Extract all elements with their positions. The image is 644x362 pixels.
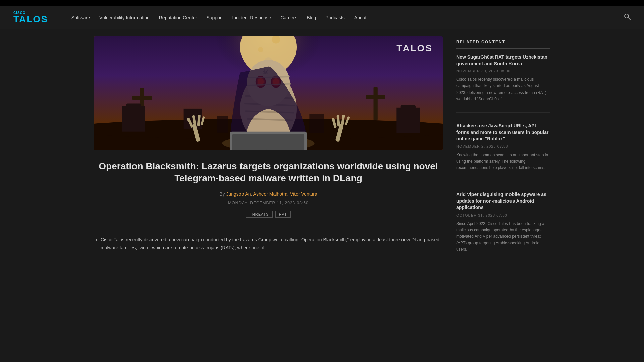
graveyard-svg: ☠ ☣	[94, 36, 443, 150]
related-item-3: Arid Viper disguising mobile spyware as …	[456, 191, 550, 263]
logo[interactable]: CISCO TALOS	[13, 11, 48, 24]
related-item-3-date: OCTOBER 31, 2023 07:00	[456, 213, 550, 217]
related-item-1-desc: Cisco Talos recently discovered a malici…	[456, 76, 550, 102]
byline-prefix: By	[219, 191, 225, 197]
nav-links: Software Vulnerability Information Reput…	[68, 12, 624, 23]
main-container: ☠ ☣	[80, 29, 564, 280]
nav-vulnerability-information[interactable]: Vulnerability Information	[96, 12, 153, 23]
article-title: Operation Blacksmith: Lazarus targets or…	[94, 160, 443, 185]
svg-rect-14	[374, 87, 378, 120]
article-byline: By Jungsoo An, Asheer Malhotra, Vitor Ve…	[94, 191, 443, 197]
tag-rat[interactable]: RAT	[275, 211, 291, 218]
svg-point-6	[258, 47, 263, 52]
nav-reputation-center[interactable]: Reputation Center	[156, 12, 201, 23]
article-section: ☠ ☣	[94, 36, 443, 273]
related-item-2-title[interactable]: Attackers use JavaScript URLs, API forms…	[456, 123, 550, 142]
svg-text:☣: ☣	[262, 147, 275, 150]
related-item-1-date: NOVEMBER 30, 2023 08:00	[456, 69, 550, 73]
svg-line-1	[628, 18, 630, 20]
nav-podcasts[interactable]: Podcasts	[322, 12, 348, 23]
svg-rect-16	[396, 108, 420, 133]
svg-rect-15	[366, 95, 385, 99]
author-3[interactable]: Vitor Ventura	[290, 191, 317, 197]
nav-support[interactable]: Support	[203, 12, 226, 23]
nav-about[interactable]: About	[351, 12, 370, 23]
svg-rect-48	[309, 114, 324, 133]
related-item-1: New SugarGh0st RAT targets Uzbekistan go…	[456, 54, 550, 113]
article-date: MONDAY, DECEMBER 11, 2023 08:50	[94, 201, 443, 205]
related-item-3-desc: Since April 2022, Cisco Talos has been t…	[456, 221, 550, 253]
nav-careers[interactable]: Careers	[277, 12, 301, 23]
sidebar: RELATED CONTENT New SugarGh0st RAT targe…	[456, 36, 550, 273]
nav-software[interactable]: Software	[68, 12, 93, 23]
related-item-3-title[interactable]: Arid Viper disguising mobile spyware as …	[456, 191, 550, 211]
svg-point-50	[264, 57, 272, 65]
related-item-2-date: NOVEMBER 2, 2023 07:58	[456, 144, 550, 148]
search-icon[interactable]	[624, 13, 631, 22]
article-body: Cisco Talos recently discovered a new ca…	[94, 236, 443, 252]
main-nav: CISCO TALOS Software Vulnerability Infor…	[0, 6, 644, 29]
author-2[interactable]: Asheer Malhotra	[253, 191, 288, 197]
nav-incident-response[interactable]: Incident Response	[229, 12, 274, 23]
related-item-2: Attackers use JavaScript URLs, API forms…	[456, 123, 550, 181]
nav-blog[interactable]: Blog	[303, 12, 319, 23]
related-item-2-desc: Knowing the common scams is an important…	[456, 152, 550, 171]
hero-image-container: ☠ ☣	[94, 36, 443, 150]
author-1[interactable]: Jungsoo An	[226, 191, 251, 197]
svg-rect-11	[122, 106, 145, 131]
related-content-header: RELATED CONTENT	[456, 40, 550, 49]
svg-rect-17	[401, 105, 416, 111]
svg-rect-12	[126, 104, 141, 110]
article-tags: THREATS RAT	[94, 211, 443, 218]
svg-rect-49	[217, 116, 228, 133]
article-divider	[94, 228, 443, 228]
top-bar	[0, 0, 644, 6]
hero-image: ☠ ☣	[94, 36, 443, 150]
tag-threats[interactable]: THREATS	[246, 211, 273, 218]
svg-rect-10	[132, 96, 152, 100]
talos-wordmark: TALOS	[13, 15, 48, 24]
svg-point-0	[625, 14, 629, 18]
related-item-1-title[interactable]: New SugarGh0st RAT targets Uzbekistan go…	[456, 54, 550, 67]
article-body-item: Cisco Talos recently discovered a new ca…	[101, 236, 443, 252]
talos-watermark: TALOS	[396, 43, 433, 54]
